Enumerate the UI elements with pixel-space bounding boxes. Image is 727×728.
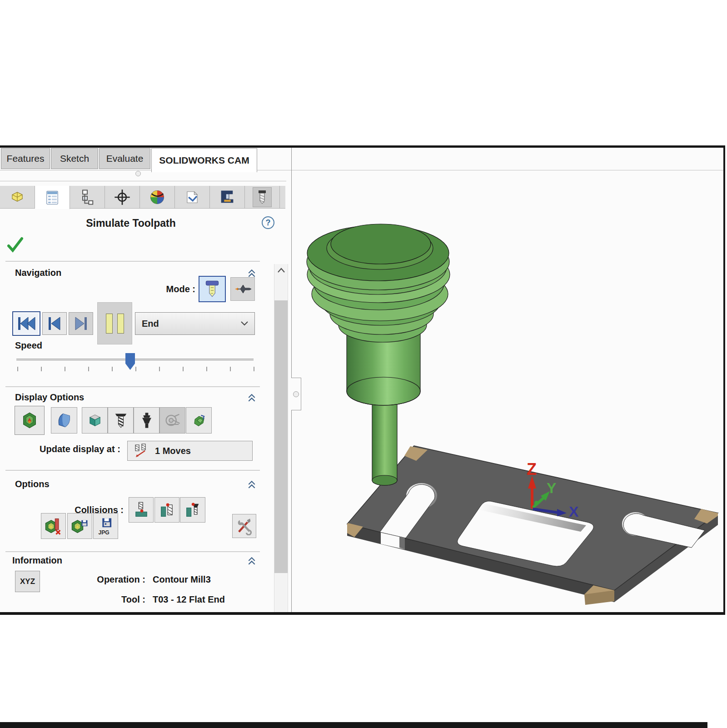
- mode-label: Mode :: [150, 284, 195, 294]
- speed-slider-ticks: [17, 367, 254, 371]
- ok-check-button[interactable]: [6, 236, 25, 253]
- checkmark-icon: [6, 236, 25, 253]
- step-forward-icon: [73, 316, 89, 331]
- collision-holder-icon: [184, 501, 202, 519]
- turbo-jet-icon: [234, 281, 252, 297]
- mode-tool-button[interactable]: [199, 276, 226, 302]
- z-axis-label: Z: [527, 460, 537, 479]
- section-divider: [5, 551, 260, 553]
- setup-sheet-icon: [183, 188, 201, 206]
- tool-label: Tool :: [64, 594, 145, 605]
- collision-stock-icon: [132, 501, 150, 519]
- graphics-viewport[interactable]: Z Y X: [292, 148, 723, 612]
- display-chip-button[interactable]: [186, 407, 212, 434]
- tool-shaft: [372, 396, 397, 485]
- chip-icon: [190, 411, 208, 429]
- tool-info: Tool : T03 - 12 Flat End: [64, 594, 259, 605]
- speed-slider-track[interactable]: [16, 359, 254, 361]
- pause-icon: [106, 314, 124, 334]
- tool-moves-icon: [132, 444, 149, 458]
- step-back-button[interactable]: [42, 312, 67, 335]
- display-stock-button[interactable]: [82, 407, 108, 434]
- toolbar-setup-sheet-button[interactable]: [175, 186, 210, 208]
- step-forward-button[interactable]: [69, 312, 93, 335]
- x-axis-label: X: [569, 504, 579, 520]
- mode-turbo-button[interactable]: [230, 277, 255, 301]
- update-display-label: Update display at :: [40, 444, 120, 454]
- section-divider: [5, 386, 260, 388]
- save-jpg-icon: JPG: [96, 516, 115, 536]
- y-axis-label: Y: [547, 480, 556, 496]
- tool-holder-icon: [138, 411, 156, 429]
- step-back-icon: [47, 316, 62, 331]
- ribbon-pin-handle[interactable]: [135, 171, 141, 176]
- section-plane-icon: [55, 411, 73, 429]
- collapse-display-options-icon[interactable]: [247, 393, 256, 402]
- toolbar-origin-button[interactable]: [105, 186, 140, 208]
- stop-collision-icon: [44, 516, 63, 536]
- tool-icon: [253, 187, 272, 207]
- save-part-button[interactable]: [67, 513, 92, 539]
- operation-tree-icon: [78, 188, 96, 206]
- machine-icon: [218, 188, 236, 206]
- solidworks-cam-window: { "tabs": { "items": [ {"label": "Featur…: [0, 0, 727, 728]
- skip-to-start-button[interactable]: [12, 311, 40, 336]
- tab-solidworks-cam[interactable]: SOLIDWORKS CAM: [151, 148, 257, 172]
- navigation-header: Navigation: [15, 268, 61, 278]
- operation-value: Contour Mill3: [153, 574, 211, 585]
- svg-text:JPG: JPG: [98, 529, 109, 535]
- speed-label: Speed: [15, 340, 42, 351]
- display-options-header: Display Options: [15, 392, 84, 403]
- scrollbar-up-arrow[interactable]: [277, 268, 285, 273]
- update-moves-button[interactable]: 1 Moves: [127, 441, 253, 461]
- display-section-button[interactable]: [51, 407, 77, 434]
- save-image-button[interactable]: JPG: [93, 513, 118, 539]
- tab-evaluate[interactable]: Evaluate: [99, 148, 150, 169]
- collision-tool-stock-button[interactable]: [129, 497, 154, 523]
- simulation-settings-button[interactable]: [232, 514, 256, 538]
- xyz-coordinates-button[interactable]: XYZ: [15, 571, 40, 592]
- section-divider: [5, 470, 260, 471]
- toolbar-tool-button[interactable]: [245, 186, 280, 208]
- stop-on-collision-button[interactable]: [41, 513, 66, 539]
- target-part-icon: [20, 411, 39, 429]
- panel-flyout-handle[interactable]: [291, 378, 301, 410]
- collision-shank-button[interactable]: [154, 497, 179, 523]
- panel-scrollbar[interactable]: [274, 264, 288, 612]
- render-sphere-icon: [148, 188, 166, 206]
- display-tool-button[interactable]: [108, 407, 134, 434]
- collapse-information-icon[interactable]: [247, 556, 256, 565]
- cam-toolbar: [0, 186, 285, 209]
- collapse-navigation-icon[interactable]: [247, 269, 256, 278]
- help-icon[interactable]: ?: [262, 216, 274, 229]
- holder-cap-inner: [331, 224, 431, 264]
- panel-separator: [0, 181, 286, 181]
- origin-icon: [113, 188, 131, 206]
- display-target-part-button[interactable]: [15, 406, 45, 435]
- window-bottom-edge: [0, 722, 707, 728]
- display-machine-button[interactable]: [159, 407, 185, 434]
- toolbar-feature-manager-button[interactable]: [35, 186, 70, 209]
- tab-sketch[interactable]: Sketch: [51, 148, 98, 169]
- position-select[interactable]: End: [135, 312, 255, 335]
- end-mill-icon: [112, 411, 130, 429]
- collision-shank-icon: [158, 501, 176, 519]
- tab-features[interactable]: Features: [1, 148, 50, 169]
- toolbar-render-sphere-button[interactable]: [140, 186, 175, 208]
- section-divider: [5, 261, 260, 262]
- collapse-options-icon[interactable]: [247, 480, 256, 489]
- options-header: Options: [15, 479, 50, 489]
- toolbar-operation-tree-button[interactable]: [70, 186, 105, 208]
- operation-info: Operation : Contour Mill3: [64, 574, 259, 585]
- collision-holder-button[interactable]: [180, 497, 205, 523]
- stock-cube-icon: [86, 411, 104, 429]
- tool-mode-icon: [203, 279, 222, 299]
- toolbar-machine-button[interactable]: [210, 186, 245, 208]
- scrollbar-thumb[interactable]: [274, 300, 288, 573]
- toolbar-part-button[interactable]: [0, 186, 35, 208]
- display-holder-button[interactable]: [134, 407, 159, 434]
- information-header: Information: [12, 555, 62, 566]
- pause-button[interactable]: [97, 302, 132, 344]
- cutting-tool: [307, 224, 450, 485]
- wrench-screwdriver-icon: [235, 517, 254, 535]
